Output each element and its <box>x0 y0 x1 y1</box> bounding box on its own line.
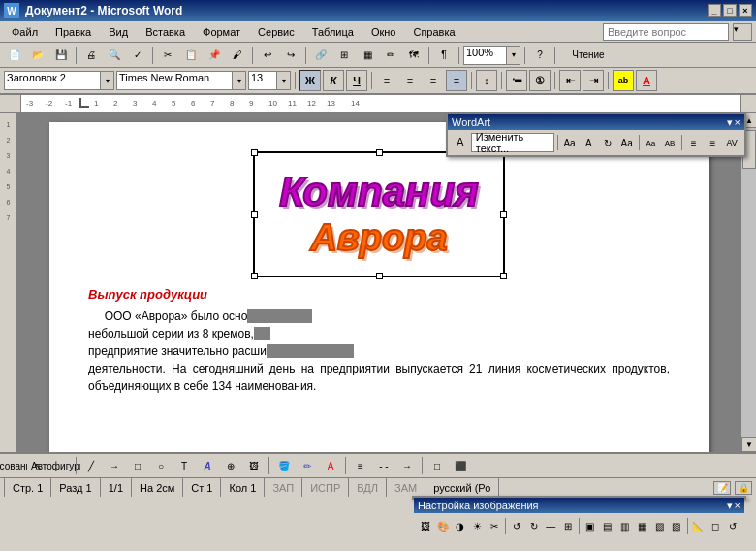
align-justify-button[interactable]: ≡ <box>446 70 467 91</box>
draw-menu-button[interactable]: Рисование▾ <box>4 455 25 476</box>
img-compress-button[interactable]: ⊞ <box>560 516 576 535</box>
img-wrap5-button[interactable]: ▧ <box>651 516 667 535</box>
menu-tools[interactable]: Сервис <box>250 24 302 40</box>
scroll-track[interactable] <box>741 128 756 437</box>
menu-insert[interactable]: Вставка <box>138 24 193 40</box>
numbering-button[interactable]: ① <box>529 70 551 91</box>
hyperlink-button[interactable]: 🔗 <box>310 45 331 66</box>
menu-edit[interactable]: Правка <box>47 24 99 40</box>
style-input[interactable]: Заголовок 2 <box>4 71 101 90</box>
spell-check-button[interactable]: ✓ <box>127 45 148 66</box>
image-close-icon[interactable]: × <box>735 500 740 512</box>
bullets-button[interactable]: ≔ <box>506 70 527 91</box>
wordart-rotate-button[interactable]: ↻ <box>599 133 616 152</box>
open-button[interactable]: 📂 <box>27 45 48 66</box>
handle-bm[interactable] <box>376 273 383 279</box>
maximize-button[interactable]: □ <box>723 4 737 17</box>
menu-view[interactable]: Вид <box>101 24 136 40</box>
wordart-size-button[interactable]: Аа <box>642 133 659 152</box>
change-text-button[interactable]: Изменить текст... <box>471 133 554 152</box>
clipart-button[interactable]: 🖼 <box>243 455 265 476</box>
menu-window[interactable]: Окно <box>363 24 404 40</box>
diagram-button[interactable]: ⊕ <box>220 455 241 476</box>
rect-tool-button[interactable]: □ <box>127 455 148 476</box>
line-style-button[interactable]: ≡ <box>350 455 371 476</box>
handle-mr[interactable] <box>500 211 507 218</box>
font-color-button2[interactable]: A <box>320 455 341 476</box>
img-transparent-button[interactable]: ◻ <box>708 516 723 535</box>
align-right-button[interactable]: ≡ <box>423 70 444 91</box>
body-text[interactable]: ООО «Аврора» было осно небольшой серии и… <box>88 308 670 395</box>
wordart-toolbar-controls[interactable]: ▾ × <box>727 116 740 129</box>
underline-button[interactable]: Ч <box>346 70 367 91</box>
align-center-button[interactable]: ≡ <box>399 70 421 91</box>
table-button[interactable]: ⊞ <box>333 45 355 66</box>
img-rotate-right-button[interactable]: ↻ <box>526 516 542 535</box>
document-map-button[interactable]: 🗺 <box>403 45 425 66</box>
search-button[interactable]: ▾ <box>733 23 752 41</box>
menu-file[interactable]: Файл <box>4 24 46 40</box>
document-page[interactable]: Компания Аврора Выпуск продукции ООО «Ав… <box>49 122 709 452</box>
minimize-button[interactable]: _ <box>708 4 721 17</box>
new-button[interactable]: 📄 <box>4 45 25 66</box>
handle-tm[interactable] <box>376 149 383 156</box>
wordart-spacing-button[interactable]: АВ <box>661 133 678 152</box>
size-dropdown[interactable]: ▾ <box>277 71 291 90</box>
wordart-close-icon[interactable]: × <box>735 116 740 129</box>
img-wrap2-button[interactable]: ▤ <box>600 516 615 535</box>
img-wrap6-button[interactable]: ▨ <box>669 516 684 535</box>
font-color-button[interactable]: A <box>636 70 657 91</box>
drawing-button[interactable]: ✏ <box>380 45 401 66</box>
wordart-vertical-button[interactable]: ≡ <box>685 133 703 152</box>
img-line-button[interactable]: — <box>543 516 558 535</box>
line-color-button[interactable]: ✏ <box>297 455 318 476</box>
wordart-align-button[interactable]: Aa <box>618 133 636 152</box>
shadow-button[interactable]: □ <box>426 455 448 476</box>
show-formatting-button[interactable]: ¶ <box>433 45 455 66</box>
bold-button[interactable]: Ж <box>299 70 321 91</box>
image-toolbar-controls[interactable]: ▾ × <box>727 500 740 512</box>
align-left-button[interactable]: ≡ <box>376 70 397 91</box>
font-combo[interactable]: Times New Roman ▾ <box>116 71 246 90</box>
print-preview-button[interactable]: 🔍 <box>104 45 125 66</box>
font-input[interactable]: Times New Roman <box>116 71 233 90</box>
zoom-combo[interactable]: 100% ▾ <box>463 46 520 65</box>
search-input[interactable] <box>603 23 729 41</box>
img-reset-button[interactable]: ↺ <box>725 516 740 535</box>
img-wrap1-button[interactable]: ▣ <box>583 516 598 535</box>
wordart-tool-button[interactable]: A <box>197 455 218 476</box>
menu-help[interactable]: Справка <box>405 24 462 40</box>
img-color-button[interactable]: 🎨 <box>435 516 451 535</box>
style-dropdown[interactable]: ▾ <box>101 71 114 90</box>
cut-button[interactable]: ✂ <box>157 45 178 66</box>
wordart-gallery-button[interactable]: Aa <box>561 133 579 152</box>
save-button[interactable]: 💾 <box>50 45 72 66</box>
zoom-dropdown[interactable]: ▾ <box>507 46 520 65</box>
size-combo[interactable]: 13 ▾ <box>248 71 291 90</box>
fill-color-button[interactable]: 🪣 <box>273 455 295 476</box>
read-mode-button[interactable]: Чтение <box>559 45 617 66</box>
img-wrap3-button[interactable]: ▥ <box>616 516 632 535</box>
close-button[interactable]: × <box>739 4 752 17</box>
size-input[interactable]: 13 <box>248 71 277 90</box>
style-combo[interactable]: Заголовок 2 ▾ <box>4 71 114 90</box>
highlight-button[interactable]: ab <box>613 70 634 91</box>
undo-button[interactable]: ↩ <box>257 45 278 66</box>
wordart-pin-icon[interactable]: ▾ <box>727 116 733 129</box>
handle-tl[interactable] <box>251 149 258 156</box>
arrow-tool-button[interactable]: → <box>104 455 125 476</box>
dash-style-button[interactable]: - - <box>373 455 394 476</box>
menu-format[interactable]: Формат <box>195 24 248 40</box>
handle-bl[interactable] <box>251 273 258 279</box>
menu-table[interactable]: Таблица <box>304 24 362 40</box>
wordart-char-button[interactable]: AV <box>723 133 740 152</box>
wordart-frame[interactable]: Компания Аврора <box>253 151 505 277</box>
handle-br[interactable] <box>500 273 507 279</box>
italic-button[interactable]: К <box>323 70 344 91</box>
columns-button[interactable]: ▦ <box>357 45 378 66</box>
print-button[interactable]: 🖨 <box>80 45 102 66</box>
decrease-indent-button[interactable]: ⇤ <box>559 70 581 91</box>
line-tool-button[interactable]: ╱ <box>80 455 102 476</box>
copy-button[interactable]: 📋 <box>180 45 202 66</box>
redo-button[interactable]: ↪ <box>280 45 301 66</box>
